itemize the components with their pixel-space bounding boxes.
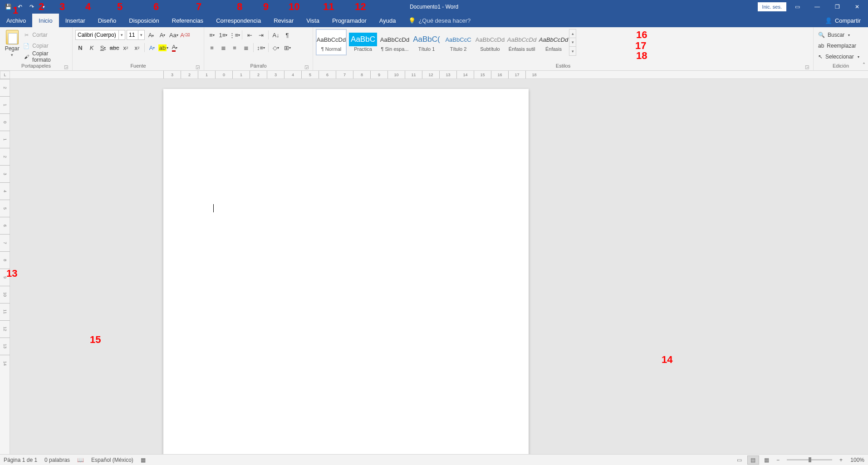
zoom-in-button[interactable]: + (838, 457, 844, 463)
grow-font-button[interactable]: A▴ (146, 30, 156, 40)
subscript-button[interactable]: x2 (121, 43, 131, 53)
signin-button[interactable]: Inic. ses. (758, 2, 786, 11)
status-language[interactable]: Español (México) (91, 457, 133, 463)
qat-customize-icon[interactable]: ▾ (38, 1, 49, 12)
undo-icon[interactable]: ↶ (15, 1, 25, 12)
paragraph-dialog-launcher[interactable]: ◲ (304, 64, 309, 69)
tab-correspondencia[interactable]: Correspondencia (210, 14, 267, 27)
font-size-combo[interactable]: 11▾ (127, 30, 145, 40)
zoom-slider[interactable] (787, 459, 832, 460)
spellcheck-icon[interactable]: 📖 (77, 457, 84, 463)
shrink-font-button[interactable]: A▾ (157, 30, 167, 40)
status-page[interactable]: Página 1 de 1 (4, 457, 37, 463)
strikethrough-button[interactable]: abc (109, 43, 119, 53)
copy-button[interactable]: 📄Copiar (23, 41, 68, 51)
align-left-button[interactable]: ≡ (207, 43, 217, 53)
style-t-tulo-2[interactable]: AaBbCcCTítulo 2 (443, 29, 474, 55)
justify-button[interactable]: ≣ (241, 43, 251, 53)
bullets-button[interactable]: ≡▾ (207, 30, 217, 40)
align-right-button[interactable]: ≡ (230, 43, 240, 53)
tab-archivo[interactable]: Archivo (0, 14, 32, 27)
decrease-indent-button[interactable]: ⇤ (245, 30, 255, 40)
clipboard-dialog-launcher[interactable]: ◲ (63, 64, 69, 69)
collapse-ribbon-button[interactable]: ˄ (863, 62, 865, 69)
redo-icon[interactable]: ↷ (26, 1, 37, 12)
ribbon-display-icon[interactable]: ▭ (788, 0, 806, 14)
ruler-corner[interactable]: L (0, 71, 10, 79)
zoom-out-button[interactable]: − (775, 457, 781, 463)
horizontal-ruler[interactable]: 3210123456789101112131415161718 (10, 71, 868, 79)
styles-gallery[interactable]: AaBbCcDd¶ NormalAaBbCPracticaAaBbCcDd¶ S… (316, 29, 569, 55)
text-cursor (213, 204, 214, 212)
print-layout-button[interactable]: ▤ (747, 455, 759, 465)
read-mode-button[interactable]: ▭ (734, 455, 745, 465)
tab-inicio[interactable]: Inicio (32, 14, 59, 27)
numbering-button[interactable]: 1≡▾ (218, 30, 228, 40)
shading-button[interactable]: ◇▾ (271, 43, 281, 53)
align-center-button[interactable]: ≣ (218, 43, 228, 53)
tab-insertar[interactable]: Insertar (59, 14, 92, 27)
tab-revisar[interactable]: Revisar (267, 14, 300, 27)
borders-button[interactable]: ⊞▾ (282, 43, 292, 53)
line-spacing-button[interactable]: ↕≡▾ (256, 43, 266, 53)
document-page[interactable] (163, 89, 529, 465)
cut-button[interactable]: ✂Cortar (23, 30, 68, 40)
chevron-down-icon: ▾ (848, 33, 850, 37)
save-icon[interactable]: 💾 (3, 1, 14, 12)
status-words[interactable]: 0 palabras (44, 457, 70, 463)
tab-vista[interactable]: Vista (300, 14, 326, 27)
chevron-down-icon: ▾ (118, 30, 125, 39)
styles-up-button[interactable]: ▴ (569, 29, 576, 38)
style---sin-espa---[interactable]: AaBbCcDd¶ Sin espa... (379, 29, 410, 55)
style-t-tulo-1[interactable]: AaBbC(Título 1 (411, 29, 442, 55)
paste-icon (6, 30, 19, 44)
styles-more-button[interactable]: ▾ (569, 47, 576, 55)
tab-ayuda[interactable]: Ayuda (373, 14, 402, 27)
macro-icon[interactable]: ▦ (141, 457, 146, 463)
replace-button[interactable]: abReemplazar (816, 41, 861, 51)
web-layout-button[interactable]: ▦ (761, 455, 773, 465)
group-editing: 🔍Buscar▾ abReemplazar ↖Seleccionar▾ Edic… (814, 27, 868, 70)
ribbon: Pegar ▾ ✂Cortar 📄Copiar 🖌Copiar formato … (0, 27, 868, 71)
tab-disposición[interactable]: Disposición (123, 14, 165, 27)
zoom-level[interactable]: 100% (846, 457, 864, 463)
tab-diseño[interactable]: Diseño (92, 14, 123, 27)
sort-button[interactable]: A↓ (271, 30, 281, 40)
font-color-button[interactable]: A▾ (170, 43, 180, 53)
styles-down-button[interactable]: ▾ (569, 38, 576, 47)
title-bar: 💾 ↶ ↷ ▾ Documento1 - Word Inic. ses. ▭ —… (0, 0, 868, 14)
tell-me-search[interactable]: 💡 ¿Qué desea hacer? (402, 14, 477, 27)
style-practica[interactable]: AaBbCPractica (348, 29, 378, 55)
font-name-combo[interactable]: Calibri (Cuerpo)▾ (75, 30, 125, 40)
italic-button[interactable]: K (87, 43, 97, 53)
styles-dialog-launcher[interactable]: ◲ (804, 64, 809, 69)
format-painter-button[interactable]: 🖌Copiar formato (23, 52, 68, 62)
style--nfasis-sutil[interactable]: AaBbCcDdÉnfasis sutil (506, 29, 537, 55)
select-button[interactable]: ↖Seleccionar▾ (816, 52, 861, 62)
share-button[interactable]: 👤 Compartir (818, 14, 868, 27)
close-icon[interactable]: ✕ (848, 0, 866, 14)
status-bar: Página 1 de 1 0 palabras 📖 Español (Méxi… (0, 454, 868, 465)
style--nfasis[interactable]: AaBbCcDdÉnfasis (538, 29, 569, 55)
tab-programador[interactable]: Programador (326, 14, 373, 27)
bold-button[interactable]: N (75, 43, 85, 53)
increase-indent-button[interactable]: ⇥ (256, 30, 266, 40)
superscript-button[interactable]: x2 (132, 43, 142, 53)
replace-icon: ab (818, 43, 824, 49)
font-dialog-launcher[interactable]: ◲ (195, 64, 200, 69)
text-effects-button[interactable]: A▾ (147, 43, 157, 53)
maximize-icon[interactable]: ❐ (828, 0, 846, 14)
vertical-ruler[interactable]: 2101234567891011121314 (0, 79, 10, 454)
show-marks-button[interactable]: ¶ (282, 30, 292, 40)
style---normal[interactable]: AaBbCcDd¶ Normal (316, 29, 347, 55)
underline-button[interactable]: S ▾ (98, 43, 108, 53)
find-button[interactable]: 🔍Buscar▾ (816, 30, 861, 40)
minimize-icon[interactable]: — (808, 0, 826, 14)
multilevel-button[interactable]: ⋮≡▾ (230, 30, 240, 40)
clear-format-button[interactable]: A⌫ (180, 30, 190, 40)
tab-referencias[interactable]: Referencias (166, 14, 210, 27)
change-case-button[interactable]: Aa▾ (169, 30, 179, 40)
paste-button[interactable]: Pegar ▾ (3, 29, 21, 57)
highlight-button[interactable]: ab▾ (158, 43, 168, 53)
style-subt-tulo[interactable]: AaBbCcDdSubtítulo (475, 29, 505, 55)
